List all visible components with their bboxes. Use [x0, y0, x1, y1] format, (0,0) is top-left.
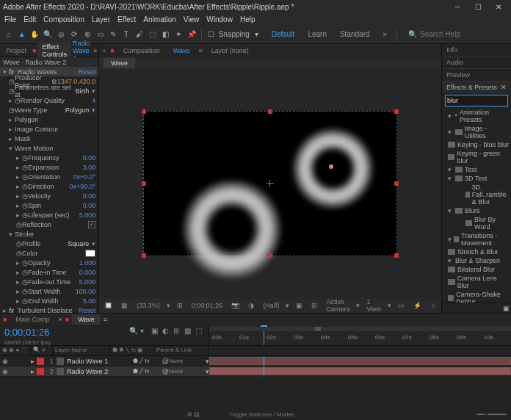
- stopwatch-icon[interactable]: ◷: [15, 97, 21, 104]
- composition-canvas[interactable]: [143, 111, 397, 256]
- menu-effect[interactable]: Effect: [117, 15, 136, 23]
- comp-nav-wave[interactable]: Wave: [104, 58, 135, 68]
- orbit-tool-icon[interactable]: ◎: [55, 28, 67, 41]
- menu-view[interactable]: View: [184, 15, 200, 23]
- rect-tool-icon[interactable]: ▭: [95, 28, 106, 41]
- twirl-icon[interactable]: ▸: [9, 97, 15, 104]
- stopwatch-icon[interactable]: ◷: [9, 87, 15, 95]
- panel-info[interactable]: Info: [442, 44, 511, 57]
- val-lifespan[interactable]: 5.000: [79, 211, 96, 219]
- search-icon[interactable]: 🔍: [129, 327, 138, 344]
- val-render-quality[interactable]: 4: [92, 97, 95, 104]
- col-layer-name[interactable]: Layer Name: [53, 346, 110, 355]
- val-wave-type[interactable]: Polygon: [65, 106, 90, 114]
- timecode[interactable]: 0;00;01;26: [0, 325, 55, 339]
- stamp-tool-icon[interactable]: ⬚: [147, 28, 159, 41]
- val-velocity[interactable]: 0.00: [83, 192, 96, 200]
- twirl-icon[interactable]: ▸: [9, 116, 15, 123]
- roto-tool-icon[interactable]: ✦: [173, 28, 184, 41]
- menu-help[interactable]: Help: [240, 15, 256, 23]
- tree-transitions[interactable]: Transitions - Movement: [461, 232, 510, 247]
- parent-select[interactable]: None: [169, 358, 206, 364]
- snap-toggle-icon[interactable]: ☐: [206, 28, 217, 41]
- val-fadeout[interactable]: 5.000: [79, 278, 96, 286]
- group-wave-motion[interactable]: Wave Motion: [15, 145, 53, 152]
- viewer[interactable]: [99, 69, 441, 298]
- group-stroke[interactable]: Stroke: [15, 231, 34, 238]
- visibility-icon[interactable]: ◉: [0, 358, 10, 365]
- tab-wave-comp[interactable]: Wave: [72, 314, 101, 325]
- tree-stretch-blur[interactable]: Stretch & Blur: [457, 248, 499, 256]
- close-button[interactable]: ✕: [489, 1, 508, 12]
- maximize-button[interactable]: ☐: [468, 1, 488, 12]
- current-time-indicator[interactable]: [264, 356, 264, 377]
- timecode-display[interactable]: 0;00;01;26: [189, 302, 225, 309]
- selection-handle[interactable]: [142, 253, 146, 258]
- new-bin-icon[interactable]: ▣: [503, 305, 510, 311]
- twirl-icon[interactable]: ▾: [3, 68, 9, 76]
- val-opacity[interactable]: 1.000: [79, 259, 96, 267]
- twirl-icon[interactable]: ▾: [9, 145, 15, 152]
- selection-handle[interactable]: [394, 181, 399, 186]
- workspace-learn[interactable]: Learn: [302, 29, 333, 40]
- tree-keying-green[interactable]: Keying - green blur: [457, 150, 510, 164]
- menu-composition[interactable]: Composition: [43, 15, 84, 23]
- time-ruler[interactable]: 00s 01s 02s 03s 04s 05s 06s 07s 08s 09s …: [209, 325, 511, 345]
- puppet-tool-icon[interactable]: 📌: [186, 28, 197, 41]
- layer-name[interactable]: Radio Wave 1: [64, 358, 133, 365]
- shy-icon[interactable]: ▾: [140, 327, 149, 336]
- fx-turbulent-displace[interactable]: Turbulent Displace: [18, 307, 73, 314]
- tab-project[interactable]: Project: [1, 46, 31, 56]
- col-parent[interactable]: Parent & Link: [154, 346, 209, 355]
- fast-preview-icon[interactable]: ⚡: [411, 302, 424, 309]
- pen-tool-icon[interactable]: ✎: [107, 28, 119, 41]
- snap-chevron-icon[interactable]: ▾: [251, 28, 263, 41]
- parent-select[interactable]: None: [169, 368, 206, 374]
- tab-effect-controls[interactable]: Effect Controls: [37, 42, 71, 59]
- anchor-icon[interactable]: [267, 180, 274, 187]
- reset-link[interactable]: Reset: [79, 68, 96, 76]
- tree-fall-ramble[interactable]: 3D Fall..ramble & Blur: [472, 184, 510, 206]
- tree-keying-blue[interactable]: Keying - blue blur: [457, 141, 509, 148]
- stopwatch-icon[interactable]: ◷: [9, 78, 15, 85]
- exposure-icon[interactable]: ☼: [428, 302, 438, 309]
- home-icon[interactable]: ⌂: [3, 28, 15, 41]
- graph-icon[interactable]: ⊞: [173, 327, 182, 336]
- panel-audio[interactable]: Audio: [442, 57, 511, 69]
- tree-item[interactable]: Camera Lens Blur: [457, 275, 510, 289]
- panel-effects-presets[interactable]: Effects & Presets: [446, 84, 497, 91]
- menu-file[interactable]: File: [4, 15, 16, 23]
- val-direction[interactable]: 0x+90.0°: [69, 183, 95, 190]
- selection-handle[interactable]: [268, 109, 272, 114]
- search-help-input[interactable]: [420, 30, 508, 38]
- grid-icon[interactable]: ⊞: [309, 302, 319, 309]
- zoom-tool-icon[interactable]: 🔍: [42, 28, 54, 41]
- val-spin[interactable]: 0.00: [83, 202, 96, 209]
- color-swatch[interactable]: [85, 250, 95, 257]
- val-fadein[interactable]: 0.000: [79, 269, 96, 276]
- layer-duration-bar[interactable]: [209, 357, 511, 365]
- selection-handle[interactable]: [394, 253, 399, 258]
- layer-color-swatch[interactable]: [37, 358, 44, 365]
- selection-tool-icon[interactable]: ▲: [16, 28, 28, 41]
- resolution-select[interactable]: (Half): [261, 302, 281, 309]
- brush-tool-icon[interactable]: 🖌: [134, 28, 145, 41]
- minimize-button[interactable]: ─: [448, 1, 467, 12]
- tree-item[interactable]: Camera-Shake Deblur: [456, 291, 510, 303]
- layer-row[interactable]: ◉ ▸ 1 Radio Wave 1 ⬟ ╱ fx @ None▾: [0, 356, 209, 366]
- reset-link[interactable]: Reset: [79, 307, 96, 314]
- layer-name[interactable]: Radio Wave 2: [64, 368, 133, 375]
- toggle-switches-label[interactable]: Toggle Switches / Modes: [229, 411, 294, 418]
- tree-text[interactable]: Text: [465, 166, 477, 173]
- tab-layer-none[interactable]: Layer (none): [207, 46, 253, 56]
- magnify-icon[interactable]: 🔲: [102, 302, 115, 309]
- workspace-standard[interactable]: Standard: [334, 29, 376, 40]
- draft3d-icon[interactable]: ▦: [184, 327, 193, 336]
- pickwhip-icon[interactable]: @: [162, 358, 169, 365]
- camera-select[interactable]: Active Camera: [324, 298, 352, 313]
- twirl-icon[interactable]: ▾: [9, 231, 15, 238]
- val-orientation[interactable]: 0x+0.0°: [73, 173, 95, 181]
- tree-blur-by-word[interactable]: Blur By Word: [474, 216, 510, 231]
- val-expansion[interactable]: 3.00: [83, 164, 96, 171]
- selection-handle[interactable]: [142, 181, 146, 186]
